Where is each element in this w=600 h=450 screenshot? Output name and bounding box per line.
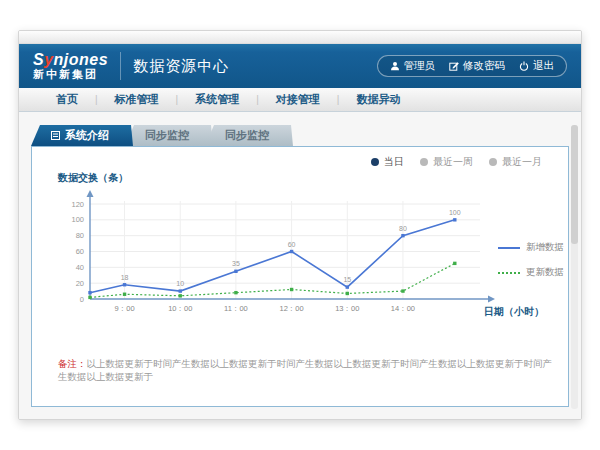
app-window: Synjones 新中新集团 数据资源中心 管理员 修改密码 <box>18 30 582 420</box>
y-axis-label: 数据交换（条） <box>58 171 128 185</box>
nav-item-system-management[interactable]: 系统管理 <box>178 92 256 107</box>
radio-today[interactable]: 当日 <box>371 155 404 169</box>
svg-text:10: 10 <box>176 280 184 287</box>
legend-label: 新增数据 <box>526 241 564 254</box>
svg-text:80: 80 <box>76 231 84 240</box>
svg-text:13：00: 13：00 <box>335 304 359 313</box>
header: Synjones 新中新集团 数据资源中心 管理员 修改密码 <box>19 44 581 88</box>
nav-item-home[interactable]: 首页 <box>39 92 95 107</box>
header-divider <box>120 52 121 80</box>
radio-icon <box>489 158 497 166</box>
footer-note: 备注：以上数据更新于时间产生数据以上数据更新于时间产生数据以上数据更新于时间产生… <box>58 357 556 384</box>
svg-text:120: 120 <box>71 200 84 209</box>
content-area: 系统介绍 同步监控 同步监控 当日 最近一周 <box>19 112 581 419</box>
tab-label: 同步监控 <box>225 125 269 146</box>
x-axis-label: 日期（小时） <box>484 305 544 319</box>
scrollbar[interactable] <box>571 125 578 409</box>
svg-text:35: 35 <box>232 260 240 267</box>
svg-text:11：00: 11：00 <box>224 304 248 313</box>
radio-last-month[interactable]: 最近一月 <box>489 155 542 169</box>
svg-text:18: 18 <box>121 274 129 281</box>
svg-text:60: 60 <box>288 241 296 248</box>
tab-label: 系统介绍 <box>65 125 109 146</box>
logout-icon <box>519 61 529 71</box>
legend-swatch-new <box>498 247 520 249</box>
note-prefix: 备注： <box>58 358 87 369</box>
logo: Synjones 新中新集团 <box>33 52 108 80</box>
nav-item-data-changes[interactable]: 数据异动 <box>339 92 417 107</box>
admin-user-label: 管理员 <box>404 59 436 73</box>
svg-text:14：00: 14：00 <box>391 304 415 313</box>
user-menu: 管理员 修改密码 退出 <box>377 55 568 77</box>
logo-wordmark: Synjones <box>33 52 108 69</box>
change-password-label: 修改密码 <box>463 59 505 73</box>
tab-bar: 系统介绍 同步监控 同步监控 <box>31 125 293 146</box>
radio-label: 最近一周 <box>433 155 473 169</box>
logo-subtitle: 新中新集团 <box>33 69 108 81</box>
note-text: 以上数据更新于时间产生数据以上数据更新于时间产生数据以上数据更新于时间产生数据以… <box>58 358 552 382</box>
line-chart: 0204060801001209：0010：0011：0012：0013：001… <box>40 187 510 337</box>
svg-text:100: 100 <box>449 209 461 216</box>
svg-text:100: 100 <box>71 215 84 224</box>
document-icon <box>51 131 60 140</box>
app-title: 数据资源中心 <box>133 57 229 76</box>
tab-sync-monitor-2[interactable]: 同步监控 <box>205 125 293 146</box>
logo-accent-letter: y <box>44 51 53 68</box>
edit-icon <box>449 61 459 71</box>
admin-user-button[interactable]: 管理员 <box>390 59 436 73</box>
logout-button[interactable]: 退出 <box>519 59 554 73</box>
legend-item-updated-data: 更新数据 <box>498 266 564 279</box>
content-panel: 当日 最近一周 最近一月 数据交换（条） 0204060801001209：00… <box>31 146 569 407</box>
svg-text:15: 15 <box>343 276 351 283</box>
logout-label: 退出 <box>533 59 554 73</box>
svg-text:0: 0 <box>80 295 84 304</box>
chart-legend: 新增数据 更新数据 <box>498 241 564 279</box>
user-icon <box>390 61 400 71</box>
legend-swatch-updated <box>498 272 520 274</box>
legend-item-new-data: 新增数据 <box>498 241 564 254</box>
legend-label: 更新数据 <box>526 266 564 279</box>
main-nav: 首页 | 标准管理 | 系统管理 | 对接管理 | 数据异动 <box>19 88 581 112</box>
svg-text:12：00: 12：00 <box>280 304 304 313</box>
change-password-button[interactable]: 修改密码 <box>449 59 505 73</box>
radio-group: 当日 最近一周 最近一月 <box>371 155 542 169</box>
radio-last-week[interactable]: 最近一周 <box>420 155 473 169</box>
nav-item-standard-management[interactable]: 标准管理 <box>98 92 176 107</box>
scrollbar-thumb[interactable] <box>571 125 578 244</box>
window-chrome <box>19 31 581 44</box>
tab-sync-monitor-1[interactable]: 同步监控 <box>125 125 213 146</box>
svg-text:40: 40 <box>76 263 84 272</box>
tab-label: 同步监控 <box>145 125 189 146</box>
svg-text:60: 60 <box>76 247 84 256</box>
svg-text:20: 20 <box>76 279 84 288</box>
svg-text:80: 80 <box>399 225 407 232</box>
radio-label: 当日 <box>384 155 404 169</box>
svg-text:9：00: 9：00 <box>115 304 135 313</box>
screen: Synjones 新中新集团 数据资源中心 管理员 修改密码 <box>0 0 600 450</box>
radio-icon <box>371 158 379 166</box>
svg-text:10：00: 10：00 <box>168 304 192 313</box>
nav-item-docking-management[interactable]: 对接管理 <box>259 92 337 107</box>
radio-icon <box>420 158 428 166</box>
radio-label: 最近一月 <box>502 155 542 169</box>
tab-system-intro[interactable]: 系统介绍 <box>31 125 133 146</box>
